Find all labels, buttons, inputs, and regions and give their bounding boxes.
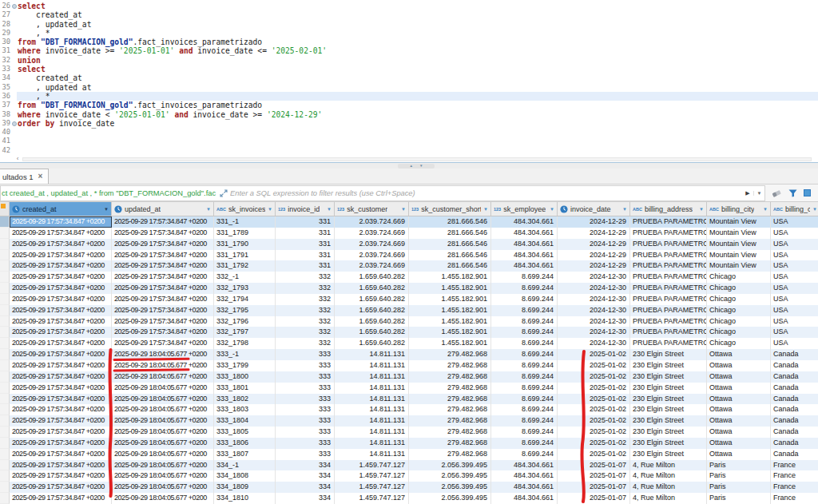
cell-billing_address[interactable]: PRUEBA PARAMETRO: [630, 283, 707, 294]
cell-billing_city[interactable]: Paris: [707, 470, 771, 482]
cell-sk_customer_short[interactable]: 2.056.399.495: [409, 493, 491, 504]
column-dropdown-icon[interactable]: ▼: [622, 207, 627, 212]
cell-invoice_id[interactable]: 333: [276, 360, 335, 371]
cell-invoice_date[interactable]: 2025-01-02: [558, 404, 630, 415]
cell-billing_country[interactable]: USA: [771, 338, 818, 349]
cell-billing_country[interactable]: France: [771, 460, 818, 471]
editor-line[interactable]: 34 created_at: [0, 73, 818, 82]
table-row[interactable]: 2025-09-29 17:57:34.847 +02002025-09-29 …: [0, 250, 818, 261]
cell-sk_customer_short[interactable]: 279.482.968: [409, 360, 491, 371]
cell-invoice_id[interactable]: 331: [276, 250, 335, 261]
apply-filter-icon[interactable]: ▶: [742, 190, 753, 196]
cell-sk_employee[interactable]: 8.699.244: [491, 383, 558, 394]
row-header[interactable]: [0, 404, 10, 415]
cell-created_at[interactable]: 2025-09-29 17:57:34.847 +0200: [10, 438, 112, 449]
cell-billing_address[interactable]: PRUEBA PARAMETRO: [630, 239, 707, 250]
cell-invoice_date[interactable]: 2024-12-30: [558, 338, 630, 349]
editor-line[interactable]: 38where invoice_date < '2025-01-01' and …: [0, 110, 818, 119]
cell-sk_customer[interactable]: 1.659.640.282: [335, 338, 409, 349]
editor-line[interactable]: 29 , *: [0, 29, 818, 38]
cell-invoice_date[interactable]: 2024-12-30: [558, 283, 630, 294]
cell-billing_city[interactable]: Chicago: [707, 305, 771, 316]
cell-sk_customer[interactable]: 1.659.640.282: [335, 283, 409, 294]
cell-updated_at[interactable]: 2025-09-29 17:57:34.847 +0200: [112, 294, 214, 305]
cell-created_at[interactable]: 2025-09-29 17:57:34.847 +0200: [10, 316, 112, 327]
editor-line[interactable]: 32union: [0, 56, 818, 65]
cell-sk_employee[interactable]: 8.699.244: [491, 438, 558, 449]
cell-billing_city[interactable]: Paris: [707, 493, 771, 504]
cell-sk_employee[interactable]: 8.699.244: [491, 327, 558, 338]
cell-billing_city[interactable]: Chicago: [707, 283, 771, 294]
cell-sk_invoices[interactable]: 332_1793: [214, 283, 276, 294]
cell-billing_city[interactable]: Ottawa: [707, 371, 771, 383]
column-dropdown-icon[interactable]: ▼: [812, 207, 817, 212]
table-row[interactable]: 2025-09-29 17:57:34.847 +02002025-09-29 …: [0, 228, 818, 239]
cell-created_at[interactable]: 2025-09-29 17:57:34.847 +0200: [10, 404, 112, 415]
cell-updated_at[interactable]: 2025-09-29 18:04:05.677 +0200: [112, 449, 214, 460]
cell-invoice_id[interactable]: 331: [276, 260, 335, 272]
row-header[interactable]: [0, 305, 10, 316]
cell-created_at[interactable]: 2025-09-29 17:57:34.847 +0200: [10, 394, 112, 405]
tab-resultados-1[interactable]: ultados 1 ×: [0, 169, 49, 184]
cell-updated_at[interactable]: 2025-09-29 17:57:34.847 +0200: [112, 327, 214, 338]
column-header-sk_customer_short[interactable]: 123sk_customer_short▼: [409, 202, 491, 216]
cell-invoice_id[interactable]: 332: [276, 338, 335, 349]
cell-billing_city[interactable]: Ottawa: [707, 394, 771, 405]
cell-invoice_date[interactable]: 2024-12-30: [558, 305, 630, 316]
cell-billing_city[interactable]: Ottawa: [707, 415, 771, 427]
cell-billing_address[interactable]: 230 Elgin Street: [630, 415, 707, 427]
cell-sk_customer[interactable]: 1.659.640.282: [335, 305, 409, 316]
cell-billing_city[interactable]: Ottawa: [707, 360, 771, 371]
cell-sk_invoices[interactable]: 333_1801: [214, 383, 276, 394]
column-dropdown-icon[interactable]: ▼: [699, 207, 704, 212]
cell-created_at[interactable]: 2025-09-29 17:57:34.847 +0200: [10, 283, 112, 294]
row-header[interactable]: [0, 228, 10, 239]
erase-filter-icon[interactable]: [772, 186, 782, 200]
row-header[interactable]: [0, 216, 10, 228]
table-row[interactable]: 2025-09-29 17:57:34.847 +02002025-09-29 …: [0, 415, 818, 427]
cell-sk_invoices[interactable]: 334_1808: [214, 470, 276, 482]
cell-sk_customer_short[interactable]: 279.482.968: [409, 438, 491, 449]
table-row[interactable]: 2025-09-29 17:57:34.847 +02002025-09-29 …: [0, 349, 818, 360]
cell-sk_customer[interactable]: 1.659.640.282: [335, 272, 409, 283]
row-header[interactable]: [0, 349, 10, 360]
table-row[interactable]: 2025-09-29 17:57:34.847 +02002025-09-29 …: [0, 493, 818, 504]
close-icon[interactable]: ×: [38, 173, 43, 181]
cell-updated_at[interactable]: 2025-09-29 18:04:05.677 +0200: [112, 383, 214, 394]
cell-billing_city[interactable]: Paris: [707, 460, 771, 471]
cell-sk_customer_short[interactable]: 279.482.968: [409, 371, 491, 383]
cell-sk_customer_short[interactable]: 281.666.546: [409, 250, 491, 261]
column-header-billing_city[interactable]: ABCbilling_city▼: [707, 202, 771, 216]
editor-line[interactable]: 39order by invoice_date: [0, 119, 818, 128]
row-header[interactable]: [0, 283, 10, 294]
cell-sk_customer_short[interactable]: 1.455.182.901: [409, 316, 491, 327]
row-header[interactable]: [0, 394, 10, 405]
cell-created_at[interactable]: 2025-09-29 17:57:34.847 +0200: [10, 360, 112, 371]
filter-input[interactable]: ct created_at , updated_at , * from "DBT…: [0, 185, 765, 201]
cell-invoice_date[interactable]: 2025-01-07: [558, 470, 630, 482]
cell-billing_country[interactable]: Canada: [771, 427, 818, 438]
column-dropdown-icon[interactable]: ▼: [483, 207, 488, 212]
cell-sk_employee[interactable]: 8.699.244: [491, 394, 558, 405]
cell-billing_address[interactable]: 230 Elgin Street: [630, 427, 707, 438]
cell-invoice_id[interactable]: 331: [276, 216, 335, 228]
cell-billing_city[interactable]: Chicago: [707, 294, 771, 305]
cell-created_at[interactable]: 2025-09-29 17:57:34.847 +0200: [10, 294, 112, 305]
table-row[interactable]: 2025-09-29 17:57:34.847 +02002025-09-29 …: [0, 371, 818, 383]
row-header[interactable]: [0, 360, 10, 371]
cell-sk_employee[interactable]: 484.304.661: [491, 482, 558, 493]
cell-sk_invoices[interactable]: 332_1797: [214, 327, 276, 338]
cell-billing_city[interactable]: Mountain View: [707, 228, 771, 239]
cell-billing_city[interactable]: Paris: [707, 482, 771, 493]
cell-billing_country[interactable]: France: [771, 493, 818, 504]
column-dropdown-icon[interactable]: ▼: [268, 207, 272, 212]
cell-billing_city[interactable]: Chicago: [707, 272, 771, 283]
cell-invoice_date[interactable]: 2025-01-02: [558, 349, 630, 360]
cell-sk_employee[interactable]: 484.304.661: [491, 460, 558, 471]
cell-billing_city[interactable]: Mountain View: [707, 216, 771, 228]
cell-sk_customer[interactable]: 1.459.747.127: [335, 493, 409, 504]
cell-sk_invoices[interactable]: 333_1799: [214, 360, 276, 371]
cell-updated_at[interactable]: 2025-09-29 18:04:05.677 +0200: [112, 438, 214, 449]
cell-invoice_id[interactable]: 332: [276, 327, 335, 338]
cell-billing_address[interactable]: 4, Rue Milton: [630, 470, 707, 482]
